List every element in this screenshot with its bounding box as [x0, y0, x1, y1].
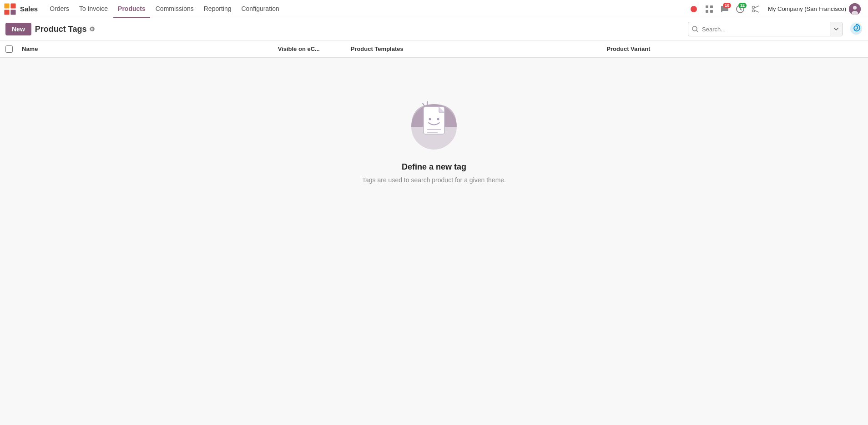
- new-button[interactable]: New: [5, 23, 31, 35]
- search-bar: [688, 22, 843, 36]
- svg-point-11: [752, 10, 755, 12]
- nav-to-invoice[interactable]: To Invoice: [75, 0, 112, 18]
- activity-badge: 32: [738, 3, 747, 8]
- page-title-wrapper: Product Tags ⚙: [35, 25, 96, 34]
- app-name: Sales: [20, 5, 38, 13]
- chevron-down-icon: [834, 27, 838, 31]
- empty-state-subtitle: Tags are used to search product for a gi…: [362, 176, 506, 184]
- empty-state: Define a new tag Tags are used to search…: [0, 58, 868, 220]
- nav-products[interactable]: Products: [113, 0, 150, 18]
- app-logo[interactable]: [4, 2, 18, 16]
- nav-reporting[interactable]: Reporting: [199, 0, 236, 18]
- avatar-image: [849, 3, 861, 15]
- column-variant[interactable]: Product Variant: [606, 45, 863, 52]
- nav-configuration[interactable]: Configuration: [237, 0, 283, 18]
- svg-rect-8: [710, 10, 713, 13]
- svg-rect-6: [710, 5, 713, 8]
- empty-illustration: [404, 94, 464, 153]
- svg-rect-1: [10, 3, 15, 8]
- empty-state-title: Define a new tag: [402, 162, 466, 172]
- grid-icon-btn[interactable]: [702, 2, 716, 16]
- search-dropdown-button[interactable]: [830, 22, 842, 36]
- main-menu: Orders To Invoice Products Commissions R…: [45, 0, 687, 18]
- scissors-icon-btn[interactable]: [749, 2, 762, 16]
- messages-badge: 10: [723, 3, 731, 8]
- empty-state-svg: [404, 94, 464, 153]
- messages-icon-btn[interactable]: 10: [718, 2, 732, 16]
- grid-icon: [705, 5, 713, 13]
- svg-line-12: [755, 6, 759, 8]
- svg-line-13: [755, 10, 759, 12]
- svg-rect-2: [4, 10, 9, 15]
- select-all-checkbox-col: [5, 45, 22, 53]
- column-name[interactable]: Name: [22, 45, 278, 52]
- svg-rect-5: [706, 5, 708, 8]
- svg-point-24: [429, 118, 431, 120]
- search-icon: [688, 26, 702, 32]
- spiral-icon: [850, 22, 863, 35]
- status-icon[interactable]: [687, 2, 701, 16]
- company-selector[interactable]: My Company (San Francisco): [764, 3, 864, 15]
- company-label: My Company (San Francisco): [768, 5, 846, 12]
- topnav-right: 10 32 My Company (San Francisco): [687, 2, 864, 16]
- search-input[interactable]: [702, 26, 830, 33]
- svg-rect-7: [706, 10, 708, 13]
- spiral-icon-btn[interactable]: [850, 22, 863, 36]
- svg-point-10: [752, 6, 755, 8]
- svg-point-4: [691, 6, 697, 12]
- table-header: Name Visible on eC... Product Templates …: [0, 40, 868, 58]
- user-avatar: [849, 3, 861, 15]
- circle-icon: [691, 6, 697, 12]
- svg-point-25: [437, 118, 439, 120]
- select-all-checkbox[interactable]: [5, 45, 13, 53]
- column-visible[interactable]: Visible on eC...: [278, 45, 351, 52]
- column-templates[interactable]: Product Templates: [351, 45, 607, 52]
- scissors-icon: [752, 5, 760, 13]
- page-title: Product Tags: [35, 25, 87, 34]
- toolbar: New Product Tags ⚙: [0, 18, 868, 40]
- nav-commissions[interactable]: Commissions: [151, 0, 198, 18]
- settings-icon[interactable]: ⚙: [89, 25, 95, 33]
- svg-rect-3: [10, 10, 15, 15]
- svg-rect-0: [4, 3, 9, 8]
- svg-point-15: [853, 6, 857, 10]
- svg-line-28: [423, 103, 424, 106]
- svg-line-18: [696, 30, 698, 32]
- nav-orders[interactable]: Orders: [45, 0, 74, 18]
- activity-icon-btn[interactable]: 32: [733, 2, 747, 16]
- top-navigation: Sales Orders To Invoice Products Commiss…: [0, 0, 868, 18]
